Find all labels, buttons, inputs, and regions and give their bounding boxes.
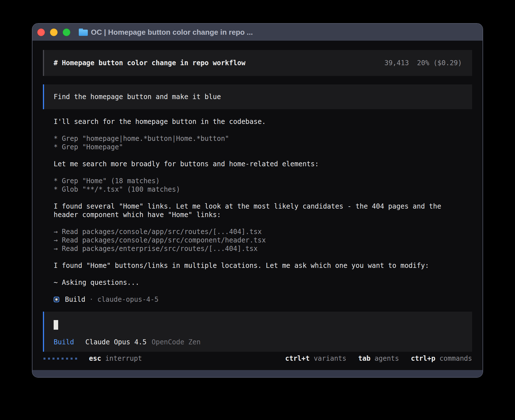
traffic-lights	[37, 29, 70, 36]
tool-call-read: → Read packages/console/app/src/componen…	[54, 236, 472, 244]
session-header: # Homepage button color change in repo w…	[43, 50, 472, 76]
close-button[interactable]	[37, 29, 45, 36]
tool-call-group: * Grep "Home" (18 matches) * Glob "**/*.…	[54, 177, 472, 194]
titlebar[interactable]: OC | Homepage button color change in rep…	[32, 24, 483, 41]
tool-call-group: * Grep "homepage|home.*button|Home.*butt…	[54, 134, 472, 151]
text-cursor	[54, 320, 58, 330]
prompt-input[interactable]: Build Claude Opus 4.5 OpenCode Zen	[43, 312, 472, 352]
tool-call-grep: * Grep "Home" (18 matches)	[54, 177, 472, 185]
session-title: # Homepage button color change in repo w…	[54, 59, 245, 67]
agent-model: claude-opus-4-5	[97, 295, 159, 304]
input-footer: Build Claude Opus 4.5 OpenCode Zen	[54, 338, 462, 346]
terminal-content: # Homepage button color change in repo w…	[32, 41, 483, 370]
agent-build-icon	[54, 297, 59, 302]
progress-dots	[43, 358, 77, 360]
tool-call-glob: * Glob "**/*.tsx" (100 matches)	[54, 185, 472, 194]
assistant-transcript: I'll search for the homepage button in t…	[43, 109, 472, 304]
tool-call-grep: * Grep "homepage|home.*button|Home.*butt…	[54, 134, 472, 143]
tool-call-read: → Read packages/console/app/src/routes/[…	[54, 228, 472, 236]
folder-icon	[79, 29, 88, 36]
window-title: OC | Homepage button color change in rep…	[91, 28, 253, 37]
agent-attribution: Build · claude-opus-4-5	[54, 295, 472, 304]
hint-commands[interactable]: ctrl+p commands	[411, 354, 472, 363]
assistant-paragraph: I'll search for the homepage button in t…	[54, 117, 472, 126]
assistant-paragraph: I found several "Home" links. Let me loo…	[54, 202, 472, 219]
assistant-paragraph: I found "Home" buttons/links in multiple…	[54, 261, 472, 270]
zoom-button[interactable]	[63, 29, 70, 36]
user-message-text: Find the homepage button and make it blu…	[54, 93, 221, 101]
tool-call-grep: * Grep "Homepage"	[54, 143, 472, 151]
user-message: Find the homepage button and make it blu…	[43, 84, 472, 109]
working-status: ~ Asking questions...	[54, 278, 472, 287]
agent-separator: ·	[89, 295, 93, 304]
status-bar: esc interrupt ctrl+t variants tab agents…	[43, 354, 472, 363]
assistant-paragraph: Let me search more broadly for buttons a…	[54, 160, 472, 168]
minimize-button[interactable]	[50, 29, 58, 36]
mode-label[interactable]: Build	[54, 338, 74, 346]
keyboard-hints: ctrl+t variants tab agents ctrl+p comman…	[285, 354, 472, 363]
provider-label: OpenCode Zen	[152, 338, 200, 346]
hint-variants[interactable]: ctrl+t variants	[285, 354, 346, 363]
tool-call-read: → Read packages/enterprise/src/routes/[.…	[54, 244, 472, 253]
agent-name: Build	[65, 295, 85, 304]
window-bottom-strip	[32, 370, 483, 377]
hint-interrupt[interactable]: esc interrupt	[89, 354, 142, 363]
hint-agents[interactable]: tab agents	[358, 354, 399, 363]
tool-call-group: → Read packages/console/app/src/routes/[…	[54, 228, 472, 253]
terminal-window: OC | Homepage button color change in rep…	[32, 23, 483, 378]
session-stats: 39,413 20% ($0.29)	[384, 59, 462, 67]
model-label[interactable]: Claude Opus 4.5	[85, 338, 147, 346]
